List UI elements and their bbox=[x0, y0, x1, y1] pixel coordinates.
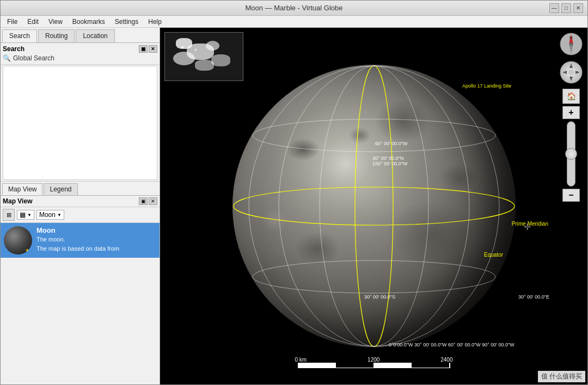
close-button[interactable]: ✕ bbox=[573, 3, 583, 13]
top-tabs: Search Routing Location bbox=[1, 28, 160, 43]
search-label-row: Search ▣ ✕ bbox=[3, 45, 157, 53]
moon-desc1: The moon. bbox=[36, 235, 156, 244]
crosshair-icon: ✛ bbox=[524, 222, 531, 232]
equator-label: Equator bbox=[484, 252, 503, 258]
toolbar-dropdown-icon: ▦ bbox=[20, 211, 26, 219]
toolbar-planet-arrow: ▼ bbox=[57, 213, 62, 218]
moon-globe bbox=[232, 65, 516, 347]
map-view-section: Map View ▣ ✕ ⊞ ▦ ▼ Moon ▼ bbox=[1, 196, 160, 384]
globe-grid bbox=[232, 65, 516, 347]
toolbar-planet-dropdown[interactable]: Moon ▼ bbox=[36, 210, 64, 220]
map-thumbnail bbox=[164, 32, 243, 81]
map-view-ctrl-1[interactable]: ▣ bbox=[139, 197, 148, 205]
toolbar-dropdown-arrow: ▼ bbox=[27, 213, 32, 218]
search-ctrl-2[interactable]: ✕ bbox=[149, 45, 157, 53]
thumb-blob-6 bbox=[211, 54, 230, 66]
scale-labels: 0 km 1200 2400 bbox=[295, 357, 453, 363]
svg-point-12 bbox=[569, 42, 573, 46]
tab-location[interactable]: Location bbox=[76, 29, 114, 42]
scale-label-2: 2400 bbox=[440, 357, 452, 363]
svg-point-0 bbox=[234, 66, 514, 346]
thumb-dot-1 bbox=[181, 46, 183, 48]
search-label-controls: ▣ ✕ bbox=[139, 45, 157, 53]
moon-info: Moon The moon. The map is based on data … bbox=[36, 226, 156, 254]
window-title: Moon — Marble - Virtual Globe bbox=[246, 4, 343, 12]
bottom-tabs: Map View Legend bbox=[1, 181, 160, 196]
moon-desc2: The map is based on data from bbox=[36, 245, 156, 253]
menu-edit[interactable]: Edit bbox=[23, 17, 43, 27]
svg-point-7 bbox=[249, 66, 499, 346]
search-title: Search bbox=[3, 45, 24, 53]
thumb-dot-2 bbox=[195, 49, 197, 51]
zoom-slider[interactable] bbox=[567, 121, 575, 187]
search-icon: 🔍 bbox=[3, 54, 11, 62]
svg-text:N: N bbox=[569, 35, 573, 40]
window-controls: — □ ✕ bbox=[549, 3, 583, 13]
nav-controls: 🏠 + − bbox=[559, 60, 583, 202]
search-section: Search ▣ ✕ 🔍 Global Search bbox=[1, 43, 160, 65]
coord-north-label: Apollo 17 Landing Site bbox=[462, 83, 511, 89]
scale-seg-4 bbox=[412, 363, 450, 368]
tab-map-view[interactable]: Map View bbox=[2, 183, 42, 195]
scale-seg-1 bbox=[298, 363, 336, 368]
app-window: Moon — Marble - Virtual Globe — □ ✕ File… bbox=[0, 0, 588, 385]
maximize-button[interactable]: □ bbox=[561, 3, 571, 13]
scale-line bbox=[298, 363, 450, 368]
coord-30s: 30° 00' 00.0"S bbox=[364, 294, 395, 300]
svg-point-5 bbox=[320, 66, 428, 346]
watermark: 值 什么值得买 bbox=[538, 371, 585, 382]
menu-view[interactable]: View bbox=[44, 17, 67, 27]
moon-thumbnail bbox=[4, 226, 32, 254]
tab-search[interactable]: Search bbox=[2, 29, 37, 42]
map-view-ctrl: ▣ ✕ bbox=[139, 197, 157, 205]
zoom-slider-thumb[interactable] bbox=[565, 148, 577, 160]
svg-point-2 bbox=[253, 260, 495, 293]
scale-seg-2 bbox=[336, 363, 374, 368]
global-search-text: Global Search bbox=[13, 54, 54, 62]
thumbnail-inner bbox=[165, 33, 243, 80]
menu-bar: File Edit View Bookmarks Settings Help bbox=[1, 16, 587, 28]
search-results bbox=[3, 66, 157, 180]
coord-bottom-row: 0°0'00.0"W 30° 00' 00.0"W 60° 00' 00.0"W… bbox=[389, 342, 514, 347]
zoom-in-button[interactable]: + bbox=[562, 106, 580, 119]
left-panel: Search Routing Location Search ▣ ✕ 🔍 Glo… bbox=[1, 28, 160, 384]
svg-point-18 bbox=[569, 70, 573, 74]
svg-point-3 bbox=[234, 187, 514, 225]
svg-point-6 bbox=[279, 66, 469, 346]
menu-settings[interactable]: Settings bbox=[111, 17, 143, 27]
coord-30n-150w: 30° 00' 00.0"N 150° 00' 00.0"W bbox=[372, 156, 408, 166]
scale-label-0: 0 km bbox=[295, 357, 307, 363]
menu-bookmarks[interactable]: Bookmarks bbox=[68, 17, 109, 27]
scale-bar: 0 km 1200 2400 bbox=[295, 357, 453, 368]
thumb-blob-5 bbox=[206, 41, 219, 51]
title-bar: Moon — Marble - Virtual Globe — □ ✕ bbox=[1, 1, 587, 16]
map-view-ctrl-2[interactable]: ✕ bbox=[149, 197, 157, 205]
map-view-title: Map View bbox=[3, 197, 32, 205]
svg-point-1 bbox=[253, 119, 495, 152]
home-button[interactable]: 🏠 bbox=[562, 89, 580, 104]
toolbar-planet-label: Moon bbox=[39, 211, 56, 219]
scale-label-1: 1200 bbox=[367, 357, 379, 363]
tab-legend[interactable]: Legend bbox=[44, 183, 77, 195]
map-view-header: Map View ▣ ✕ bbox=[1, 196, 160, 207]
coord-30e: 30° 00' 00.0"E bbox=[518, 294, 549, 300]
coord-60w: 60° 00' 00.0"W bbox=[375, 141, 408, 146]
compass: N bbox=[559, 32, 583, 56]
scale-seg-3 bbox=[374, 363, 412, 368]
thumb-blob-3 bbox=[173, 52, 195, 65]
watermark-text: 值 什么值得买 bbox=[541, 372, 582, 381]
minimize-button[interactable]: — bbox=[549, 3, 559, 13]
menu-file[interactable]: File bbox=[3, 17, 22, 27]
search-input-row: 🔍 Global Search bbox=[3, 54, 157, 62]
moon-card[interactable]: Moon The moon. The map is based on data … bbox=[1, 223, 160, 258]
toolbar-btn-grid[interactable]: ⊞ bbox=[3, 209, 15, 221]
map-area[interactable]: Apollo 17 Landing Site 60° 00' 00.0"W 30… bbox=[160, 28, 587, 384]
tab-routing[interactable]: Routing bbox=[38, 29, 75, 42]
map-view-toolbar: ⊞ ▦ ▼ Moon ▼ bbox=[1, 207, 160, 223]
zoom-out-button[interactable]: − bbox=[562, 189, 580, 202]
main-area: Search Routing Location Search ▣ ✕ 🔍 Glo… bbox=[1, 28, 587, 384]
toolbar-dropdown-view[interactable]: ▦ ▼ bbox=[17, 210, 34, 220]
menu-help[interactable]: Help bbox=[144, 17, 166, 27]
moon-name: Moon bbox=[36, 226, 156, 234]
search-ctrl-1[interactable]: ▣ bbox=[139, 45, 148, 53]
